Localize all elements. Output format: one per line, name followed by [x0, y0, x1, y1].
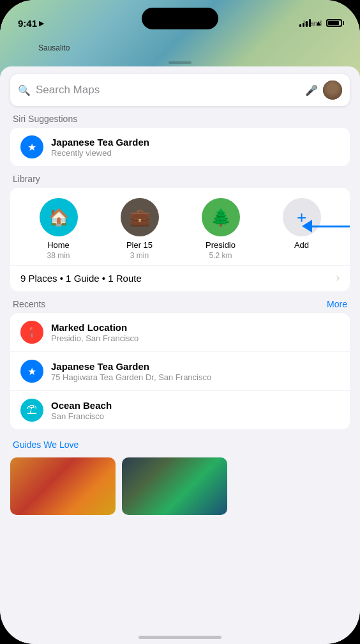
- presidio-sublabel: 5.2 km: [209, 251, 232, 260]
- search-bar[interactable]: 🔍 Search Maps 🎤: [10, 74, 350, 106]
- recents-more-button[interactable]: More: [327, 299, 347, 309]
- suggestion-subtitle: Recently viewed: [51, 148, 340, 158]
- home-label: Home: [47, 240, 70, 250]
- tea-garden-title: Japanese Tea Garden: [51, 361, 340, 372]
- status-time: 9:41: [18, 18, 37, 29]
- tea-garden-subtitle: 75 Hagiwara Tea Garden Dr, San Francisco: [51, 372, 340, 382]
- signal-bar-1: [299, 24, 301, 27]
- library-label: Library: [0, 166, 360, 188]
- arrow-head: [302, 220, 312, 233]
- pier-icon: 💼: [121, 198, 159, 236]
- marked-location-icon: 📍: [20, 321, 43, 344]
- tea-garden-icon: ★: [20, 360, 43, 383]
- ocean-beach-subtitle: San Francisco: [51, 411, 340, 421]
- phone-frame: Sausalito Island 9:41 ▶ ▲: [0, 0, 360, 644]
- recents-header: Recents More: [0, 291, 360, 313]
- guides-images-row: [0, 454, 360, 515]
- home-indicator: [139, 636, 221, 639]
- microphone-icon[interactable]: 🎤: [305, 84, 318, 96]
- battery-icon: [326, 19, 342, 27]
- avatar-face: [323, 80, 342, 100]
- presidio-label: Presidio: [206, 240, 236, 250]
- library-footer[interactable]: 9 Places • 1 Guide • 1 Route ›: [10, 265, 350, 291]
- tea-garden-text: Japanese Tea Garden 75 Hagiwara Tea Gard…: [51, 361, 340, 382]
- search-icon: 🔍: [18, 84, 31, 96]
- presidio-icon: 🌲: [202, 198, 240, 236]
- content-panel: 🔍 Search Maps 🎤 Siri Suggestions ★ Japan…: [0, 66, 360, 644]
- library-card: 🏠 Home 38 min 💼 Pier 15 3 min 🌲 Presidio: [10, 188, 350, 291]
- add-sublabel: [301, 251, 303, 260]
- ocean-beach-icon: ⛱: [20, 399, 43, 422]
- recents-label: Recents: [13, 299, 45, 309]
- signal-bars-icon: [299, 19, 311, 27]
- signal-bar-4: [309, 19, 311, 27]
- library-item-pier15[interactable]: 💼 Pier 15 3 min: [99, 198, 180, 260]
- recent-item-ocean-beach[interactable]: ⛱ Ocean Beach San Francisco: [10, 391, 350, 429]
- blue-arrow-annotation: [302, 220, 350, 233]
- wifi-icon: ▲: [315, 19, 322, 27]
- library-item-presidio[interactable]: 🌲 Presidio 5.2 km: [180, 198, 261, 260]
- search-input[interactable]: Search Maps: [36, 84, 300, 96]
- home-icon: 🏠: [40, 198, 78, 236]
- library-item-home[interactable]: 🏠 Home 38 min: [18, 198, 99, 260]
- suggestions-card: ★ Japanese Tea Garden Recently viewed: [10, 128, 350, 166]
- location-icon: ▶: [39, 19, 44, 27]
- chevron-right-icon: ›: [336, 272, 340, 284]
- status-icons: ▲: [299, 19, 342, 27]
- recent-item-tea-garden[interactable]: ★ Japanese Tea Garden 75 Hagiwara Tea Ga…: [10, 352, 350, 391]
- guide-image-food[interactable]: [10, 457, 116, 515]
- signal-bar-2: [303, 23, 304, 27]
- library-icons-row: 🏠 Home 38 min 💼 Pier 15 3 min 🌲 Presidio: [10, 188, 350, 265]
- suggestion-item-tea-garden[interactable]: ★ Japanese Tea Garden Recently viewed: [10, 128, 350, 166]
- arrow-line: [311, 226, 350, 227]
- avatar[interactable]: [323, 80, 342, 100]
- library-footer-text: 9 Places • 1 Guide • 1 Route: [20, 273, 142, 284]
- recent-item-marked-location[interactable]: 📍 Marked Location Presidio, San Francisc…: [10, 313, 350, 352]
- siri-suggestions-label: Siri Suggestions: [0, 106, 360, 128]
- add-label: Add: [294, 240, 309, 250]
- map-label-sausalito: Sausalito: [38, 43, 70, 52]
- scroll-handle: [169, 61, 191, 64]
- guides-section: Guides We Love: [0, 429, 360, 518]
- guides-label: Guides We Love: [0, 432, 360, 454]
- pier-sublabel: 3 min: [130, 251, 149, 260]
- pier-label: Pier 15: [126, 240, 153, 250]
- phone-screen: Sausalito Island 9:41 ▶ ▲: [0, 0, 360, 644]
- suggestion-icon-star: ★: [20, 135, 43, 158]
- ocean-beach-text: Ocean Beach San Francisco: [51, 400, 340, 421]
- marked-location-text: Marked Location Presidio, San Francisco: [51, 322, 340, 343]
- recents-card: 📍 Marked Location Presidio, San Francisc…: [10, 313, 350, 429]
- status-bar: 9:41 ▶ ▲: [0, 9, 360, 37]
- battery-fill: [328, 21, 339, 25]
- suggestion-text: Japanese Tea Garden Recently viewed: [51, 137, 340, 158]
- signal-bar-3: [306, 21, 308, 27]
- suggestion-title: Japanese Tea Garden: [51, 137, 340, 148]
- marked-location-title: Marked Location: [51, 322, 340, 333]
- ocean-beach-title: Ocean Beach: [51, 400, 340, 411]
- guide-image-nature[interactable]: [122, 457, 227, 515]
- home-sublabel: 38 min: [47, 251, 70, 260]
- marked-location-subtitle: Presidio, San Francisco: [51, 334, 340, 343]
